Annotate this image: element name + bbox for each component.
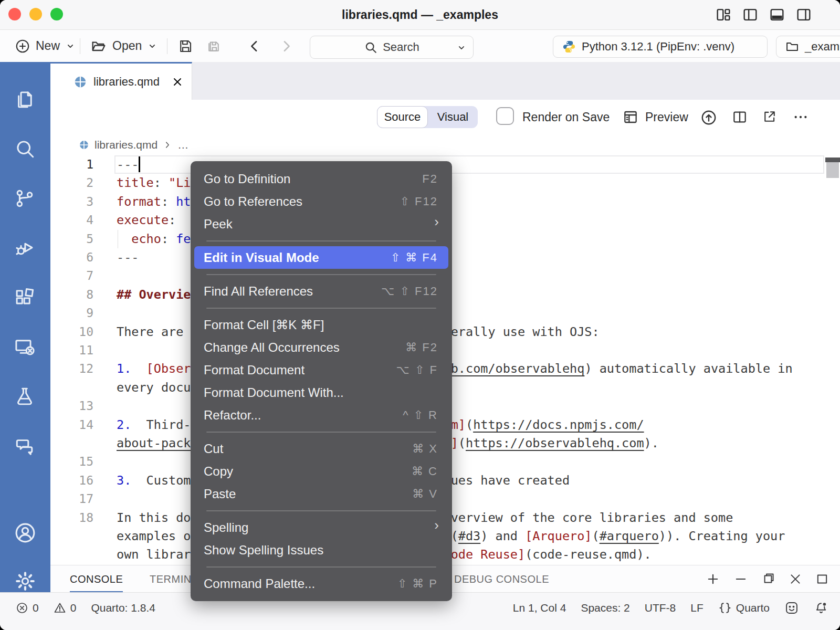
sidebar-item-search[interactable] bbox=[14, 138, 37, 161]
new-button[interactable]: New bbox=[15, 30, 76, 62]
sidebar-item-explorer[interactable] bbox=[14, 88, 37, 111]
close-tab-icon[interactable] bbox=[171, 76, 184, 88]
code-line: ## Overview bbox=[117, 286, 198, 304]
menu-item-show-spelling-issues[interactable]: Show Spelling Issues bbox=[194, 539, 448, 561]
status-item-notifications[interactable] bbox=[814, 601, 828, 615]
submenu-chevron-icon: › bbox=[434, 517, 439, 533]
menu-item-spelling[interactable]: Spelling› bbox=[194, 516, 448, 539]
project-label: _examples bbox=[805, 40, 840, 54]
titlebar: libraries.qmd — _examples bbox=[0, 0, 840, 30]
line-number: 12 bbox=[50, 360, 93, 378]
save-all-button[interactable] bbox=[206, 30, 222, 62]
back-button[interactable] bbox=[247, 30, 262, 62]
status-item-text: 0 bbox=[70, 602, 77, 614]
open-external-icon[interactable] bbox=[762, 109, 779, 125]
menu-item-label: Paste bbox=[204, 487, 236, 501]
tab-label: libraries.qmd bbox=[93, 75, 160, 89]
sidebar-item-run-and-debug[interactable] bbox=[14, 237, 37, 260]
bell-dot-icon bbox=[814, 601, 828, 615]
menu-item-go-to-references[interactable]: Go to References⇧ F12 bbox=[194, 190, 448, 213]
menu-item-format-document[interactable]: Format Document⌥ ⇧ F bbox=[194, 359, 448, 381]
close-panel-icon[interactable] bbox=[788, 572, 803, 586]
visual-mode-button[interactable]: Visual bbox=[428, 106, 478, 128]
interpreter-picker[interactable]: Python 3.12.1 (PipEnv: .venv) bbox=[553, 36, 768, 58]
sidebar-item-source-control[interactable] bbox=[14, 187, 37, 211]
folder-open-icon bbox=[90, 38, 107, 55]
panel-tab-console[interactable]: CONSOLE bbox=[70, 565, 123, 593]
save-button[interactable] bbox=[177, 30, 193, 62]
customize-layout-icon[interactable] bbox=[715, 6, 732, 24]
code-line: --- bbox=[117, 248, 139, 267]
status-item-language-mode[interactable]: Quarto bbox=[718, 601, 770, 615]
status-item-indentation[interactable]: Spaces: 2 bbox=[581, 602, 629, 614]
chat-icon bbox=[14, 435, 36, 457]
menu-item-peek[interactable]: Peek› bbox=[194, 213, 448, 235]
render-icon[interactable] bbox=[700, 109, 717, 125]
menu-item-refactor[interactable]: Refactor...^ ⇧ R bbox=[194, 404, 448, 426]
menu-item-label: Command Palette... bbox=[204, 576, 315, 591]
save-all-icon bbox=[206, 38, 222, 54]
status-item-quarto-version[interactable]: Quarto: 1.8.4 bbox=[91, 602, 155, 614]
context-menu: Go to DefinitionF2Go to References⇧ F12P… bbox=[191, 161, 452, 601]
menu-separator bbox=[206, 308, 436, 309]
toggle-sidebar-icon[interactable] bbox=[741, 6, 759, 24]
line-number: 3 bbox=[50, 193, 93, 211]
breadcrumb-more[interactable]: … bbox=[177, 139, 188, 151]
menu-item-edit-in-visual-mode[interactable]: Edit in Visual Mode⇧ ⌘ F4 bbox=[194, 246, 448, 269]
sidebar-item-testing[interactable] bbox=[14, 385, 37, 408]
restore-panel-icon[interactable] bbox=[761, 572, 775, 586]
menu-separator bbox=[206, 432, 436, 433]
status-item-error-count[interactable]: 0 bbox=[16, 602, 39, 614]
search-input[interactable]: Search bbox=[310, 36, 474, 59]
line-number: 10 bbox=[50, 323, 93, 341]
chevron-left-icon bbox=[247, 38, 262, 54]
open-button[interactable]: Open bbox=[90, 30, 158, 62]
sidebar-item-settings[interactable] bbox=[14, 570, 37, 593]
menu-item-format-document-with[interactable]: Format Document With... bbox=[194, 381, 448, 404]
project-button[interactable]: _examples bbox=[776, 36, 840, 58]
menu-item-label: Format Document bbox=[204, 363, 304, 377]
sidebar-item-remote-explorer[interactable] bbox=[14, 336, 37, 359]
new-console-icon[interactable] bbox=[706, 572, 720, 586]
menu-item-format-cell-k-f[interactable]: Format Cell [⌘K ⌘F] bbox=[194, 313, 448, 336]
minimize-panel-icon[interactable] bbox=[733, 572, 748, 586]
status-item-warning-count[interactable]: 0 bbox=[54, 602, 77, 614]
maximize-panel-icon[interactable] bbox=[815, 572, 830, 586]
more-actions-icon[interactable] bbox=[792, 109, 809, 125]
toggle-secondary-sidebar-icon[interactable] bbox=[795, 6, 813, 24]
app-window: libraries.qmd — _examples New Open bbox=[0, 0, 840, 630]
breadcrumb-file[interactable]: libraries.qmd bbox=[94, 139, 158, 151]
menu-item-go-to-definition[interactable]: Go to DefinitionF2 bbox=[194, 167, 448, 190]
preview-icon[interactable] bbox=[622, 109, 639, 125]
menu-item-label: Go to References bbox=[204, 194, 302, 209]
panel-tab-debug-console[interactable]: DEBUG CONSOLE bbox=[454, 565, 549, 593]
menu-item-command-palette[interactable]: Command Palette...⇧ ⌘ P bbox=[194, 572, 448, 595]
status-item-cursor-position[interactable]: Ln 1, Col 4 bbox=[513, 602, 566, 614]
sidebar-item-extensions[interactable] bbox=[14, 287, 37, 310]
menu-item-paste[interactable]: Paste⌘ V bbox=[194, 482, 448, 505]
forward-button[interactable] bbox=[278, 30, 294, 62]
toggle-panel-icon[interactable] bbox=[768, 6, 786, 24]
chevron-right-icon bbox=[278, 38, 294, 54]
breadcrumb: libraries.qmd … bbox=[50, 134, 840, 155]
tab-libraries-qmd[interactable]: libraries.qmd bbox=[50, 62, 192, 100]
menu-item-change-all-occurrences[interactable]: Change All Occurrences⌘ F2 bbox=[194, 336, 448, 359]
render-on-save-checkbox[interactable] bbox=[496, 107, 514, 125]
line-number: 13 bbox=[50, 397, 93, 415]
preview-label[interactable]: Preview bbox=[645, 100, 688, 134]
sidebar-item-account[interactable] bbox=[14, 521, 37, 544]
menu-item-find-all-references[interactable]: Find All References⌥ ⇧ F12 bbox=[194, 280, 448, 302]
sidebar-item-chat[interactable] bbox=[14, 435, 37, 458]
status-item-eol[interactable]: LF bbox=[690, 602, 704, 614]
chevron-down-icon[interactable] bbox=[456, 43, 467, 53]
menu-item-cut[interactable]: Cut⌘ X bbox=[194, 437, 448, 460]
split-editor-icon[interactable] bbox=[731, 109, 748, 125]
menu-item-shortcut: F2 bbox=[422, 172, 438, 186]
menu-item-shortcut: ^ ⇧ R bbox=[403, 408, 438, 422]
source-mode-button[interactable]: Source bbox=[377, 106, 428, 128]
source-control-icon bbox=[14, 187, 36, 209]
status-item-encoding[interactable]: UTF-8 bbox=[645, 602, 676, 614]
menu-item-copy[interactable]: Copy⌘ C bbox=[194, 460, 448, 482]
status-item-feedback[interactable] bbox=[784, 601, 799, 615]
scrollbar-thumb[interactable] bbox=[826, 162, 839, 178]
